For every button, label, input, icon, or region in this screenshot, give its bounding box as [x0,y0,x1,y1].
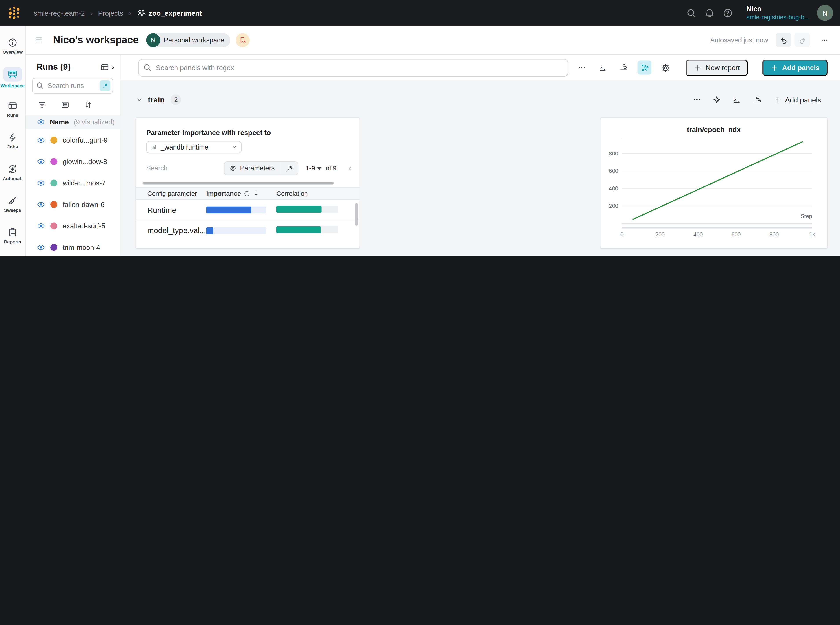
run-name: glowin...dow-8 [63,157,107,165]
expand-runs-table-button[interactable] [100,62,116,72]
search-panels-input[interactable] [138,59,569,76]
train-panels-row: Parameter importance with respect to _wa… [136,117,828,249]
x-axis-settings-icon[interactable]: x [733,95,742,104]
run-list-item[interactable]: glowin...dow-8 [26,151,120,172]
new-report-button[interactable]: New report [686,59,748,76]
sidebar-item-jobs[interactable]: Jobs [0,125,25,157]
horizontal-scrollbar[interactable] [143,182,334,184]
importance-bar [206,206,266,213]
visibility-eye-icon[interactable] [37,179,45,187]
lightning-icon [8,132,18,142]
visibility-eye-icon[interactable] [37,157,45,165]
run-list-settings-icon[interactable] [60,100,70,109]
importance-controls: Search Parameters [146,162,349,175]
visibility-all-eye-icon[interactable] [37,118,45,126]
workspace-header-right: Autosaved just now [710,33,832,47]
sort-icon[interactable] [84,100,93,109]
run-list: colorfu...gurt-9 glowin...dow-8 wild-c..… [26,129,120,257]
wandb-logo-icon[interactable] [8,6,22,20]
breadcrumb-projects[interactable]: Projects [98,9,123,17]
svg-text:Step: Step [801,213,812,219]
visibility-eye-icon[interactable] [37,243,45,251]
svg-text:600: 600 [732,232,741,238]
run-color-dot [50,244,57,251]
svg-text:x: x [600,64,603,70]
settings-gear-icon[interactable] [659,61,673,74]
bookmark-x-icon[interactable] [236,33,250,47]
importance-bar [206,227,266,234]
vertical-scrollbar[interactable] [355,203,358,225]
sidebar-item-artifacts[interactable]: Artifacts [0,251,25,257]
visibility-eye-icon[interactable] [37,200,45,208]
scatter-tool-icon[interactable] [638,61,651,74]
filter-icon[interactable] [37,100,46,109]
run-name: fallen-dawn-6 [63,200,104,208]
section-title[interactable]: train [148,95,165,104]
run-color-dot [50,136,57,143]
page-title: Nico's workspace [53,34,138,46]
overflow-menu-icon[interactable] [693,95,702,104]
sidebar-item-workspace[interactable]: Workspace [0,62,25,93]
parameters-button[interactable]: Parameters [225,162,279,175]
breadcrumb-project[interactable]: zoo_experiment [136,8,202,17]
chevron-left-icon[interactable] [347,165,353,172]
avatar[interactable]: N [817,5,833,21]
sidebar-item-runs[interactable]: Runs [0,93,25,125]
automations-icon [8,164,18,174]
undo-button[interactable] [776,33,792,47]
chevron-down-icon[interactable] [136,96,143,103]
workspace-icon [3,67,22,81]
sidebar-item-overview[interactable]: Overview [0,30,25,62]
autosave-status: Autosaved just now [710,36,768,44]
runs-toolbar [26,94,120,115]
panel-sweep-iron-icon[interactable] [617,61,631,74]
regex-toggle[interactable]: .* [99,81,110,91]
svg-text:200: 200 [656,232,665,238]
importance-search-placeholder[interactable]: Search [146,165,167,172]
svg-text:400: 400 [693,232,703,238]
search-icon[interactable] [682,4,701,22]
run-color-dot [50,222,57,229]
toolbar-icons: x [575,61,673,74]
visibility-eye-icon[interactable] [37,222,45,230]
run-name: wild-c...mos-7 [63,179,105,187]
run-list-item[interactable]: wild-c...mos-7 [26,172,120,194]
parameter-importance-panel[interactable]: Parameter importance with respect to _wa… [136,117,360,249]
user-menu[interactable]: Nico smle-registries-bug-b... [746,5,809,21]
epoch-line-chart-panel[interactable]: train/epoch_ndx 200400600800Step02004006… [600,117,828,249]
help-icon[interactable] [719,4,737,22]
overflow-menu-icon[interactable] [575,61,589,74]
sparkle-icon[interactable] [713,95,721,104]
workspace-overflow-menu-icon[interactable] [817,33,832,47]
sort-descending-arrow-icon [253,190,259,197]
redo-button[interactable] [795,33,810,47]
svg-text:600: 600 [609,168,618,174]
notifications-bell-icon[interactable] [701,4,719,22]
sidebar-item-automat[interactable]: Automat. [0,157,25,188]
visibility-eye-icon[interactable] [37,136,45,144]
run-list-item[interactable]: fallen-dawn-6 [26,194,120,215]
add-panels-button[interactable]: Add panels [762,59,828,76]
magic-wand-icon[interactable] [280,162,298,175]
run-list-item[interactable]: colorfu...gurt-9 [26,129,120,151]
config-parameter-name: Runtime [136,205,206,214]
panel-sweep-iron-icon[interactable] [753,95,762,104]
line-chart: 200400600800Step02004006008001k [600,134,827,246]
run-list-item[interactable]: trim-moon-4 [26,236,120,257]
breadcrumb-team[interactable]: smle-reg-team-2 [34,9,85,17]
metric-dropdown[interactable]: _wandb.runtime [146,141,242,153]
run-list-item[interactable]: exalted-surf-5 [26,215,120,236]
sidebar-item-reports[interactable]: Reports [0,220,25,251]
breadcrumb-separator: › [90,9,93,17]
panels-area: train 2 x [121,81,840,257]
sidebar-item-sweeps[interactable]: Sweeps [0,188,25,220]
x-axis-settings-icon[interactable]: x [596,61,610,74]
info-icon [8,37,18,47]
pagination[interactable]: 1-9 of 9 [306,165,336,172]
section-panel-count: 2 [170,94,181,105]
search-icon [36,82,44,90]
personal-workspace-badge[interactable]: N Personal workspace [146,33,231,47]
hamburger-menu-icon[interactable] [34,36,43,44]
section-add-panels-button[interactable]: Add panels [773,96,821,104]
svg-text:400: 400 [609,185,618,191]
